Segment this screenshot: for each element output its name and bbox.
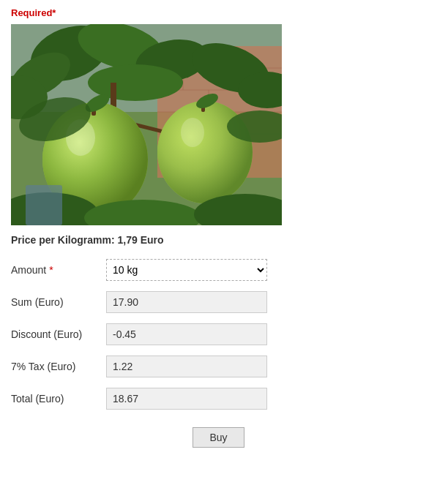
price-info: Price per Kilogramm: 1,79 Euro bbox=[11, 234, 426, 246]
svg-rect-34 bbox=[26, 185, 62, 225]
amount-label: Amount * bbox=[11, 264, 106, 276]
sum-input bbox=[106, 291, 267, 313]
required-label: Required* bbox=[11, 7, 426, 18]
tax-label: 7% Tax (Euro) bbox=[11, 361, 106, 372]
total-label: Total (Euro) bbox=[11, 393, 106, 405]
svg-point-26 bbox=[181, 118, 204, 147]
required-star: * bbox=[49, 264, 53, 276]
sum-label: Sum (Euro) bbox=[11, 296, 106, 308]
discount-input bbox=[106, 323, 267, 345]
discount-label: Discount (Euro) bbox=[11, 328, 106, 340]
amount-select[interactable]: 10 kg 1 kg 2 kg 5 kg 20 kg bbox=[106, 259, 267, 281]
tax-input bbox=[106, 356, 267, 377]
buy-button[interactable]: Buy bbox=[193, 427, 244, 448]
product-image bbox=[11, 24, 282, 225]
total-input bbox=[106, 388, 267, 410]
